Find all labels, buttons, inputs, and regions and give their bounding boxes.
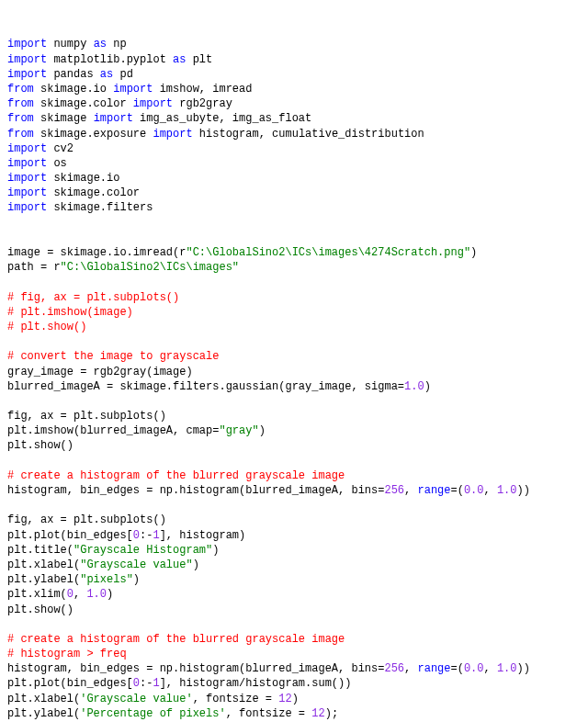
token-kw: range [417,484,450,497]
token-id: plt.ylabel( [7,573,80,586]
token-id: os [47,157,67,170]
token-num: 1.0 [86,588,107,601]
token-id: matplotlib.pyplot [47,53,173,66]
token-id: cv2 [47,142,74,155]
code-line: image = skimage.io.imread(r"C:\GlobalSin… [7,245,581,260]
token-num: 0 [133,677,140,690]
code-line: fig, ax = plt.subplots() [7,513,581,527]
token-id: skimage.io [47,172,119,185]
token-num: 1 [153,677,159,690]
token-id: plt.show() [7,439,74,452]
token-id: skimage.exposure [34,128,153,141]
code-line: import matplotlib.pyplot as plt [7,52,581,67]
token-str: "Grayscale Histogram" [74,544,212,557]
token-id: ); [325,707,338,720]
token-kw: as [100,68,113,81]
code-line: import pandas as pd [7,67,581,82]
code-line: import numpy as np [7,37,581,51]
token-id: image = skimage.io.imread(r [7,246,186,259]
token-id: plt.plot(bin_edges[ [7,677,133,690]
token-kw: import [7,38,47,51]
token-str: "pixels" [80,573,133,586]
token-kw: import [7,53,47,66]
code-line [7,275,581,289]
token-num: 1.0 [497,484,517,497]
token-num: 1.0 [404,380,424,393]
token-str: 'Percentage of pixels' [80,707,225,720]
code-line: import skimage.color [7,186,581,200]
token-kw: from [7,83,34,96]
token-id: img_as_ubyte, img_as_float [133,112,311,125]
token-num: 256 [384,484,404,497]
token-str: "C:\GlobalSino2\ICs\images" [61,261,239,274]
token-id: ) [470,246,477,259]
token-id: , [404,662,417,675]
token-id: plt.plot(bin_edges[ [7,529,133,542]
token-id: skimage.filters [47,201,153,214]
token-kw: from [7,97,34,110]
token-id: pd [113,68,133,81]
code-line: plt.title("Grayscale Histogram") [7,543,581,558]
token-id: histogram, cumulative_distribution [193,128,424,141]
token-kw: range [417,662,450,675]
token-id: numpy [47,38,93,51]
token-id: , fontsize = [226,707,312,720]
token-id: )) [517,662,530,675]
code-line [7,394,581,409]
token-num: 1 [153,529,159,542]
token-com: # create a histogram of the blurred gray… [7,469,345,482]
token-id: ) [292,693,299,705]
token-num: 0.0 [464,662,484,675]
token-kw: import [7,157,47,170]
code-line: plt.xlabel("Grayscale value") [7,558,581,572]
code-line: # convert the image to grayscale [7,349,581,364]
token-id: pandas [47,68,100,81]
token-kw: import [7,201,47,214]
token-num: 12 [311,707,324,720]
code-line: plt.imshow(blurred_imageA, cmap="gray") [7,423,581,438]
token-id: skimage.color [47,186,140,199]
token-kw: from [7,112,34,125]
code-line: histogram, bin_edges = np.histogram(blur… [7,483,581,498]
token-com: # histogram > freq [7,648,127,660]
code-line: plt.xlabel('Grayscale value', fontsize =… [7,692,581,706]
code-line: from skimage.color import rgb2gray [7,96,581,111]
code-line [7,498,581,513]
code-line: # plt.show() [7,320,581,334]
token-str: "C:\GlobalSino2\ICs\images\4274Scratch.p… [186,246,470,259]
code-line: # create a histogram of the blurred gray… [7,632,581,647]
token-id: ) [259,424,266,437]
token-id: =( [451,662,464,675]
token-id: , fontsize = [193,693,279,705]
code-line: import cv2 [7,141,581,156]
token-kw: import [94,112,133,125]
code-line [7,454,581,468]
token-id: ) [107,588,113,601]
token-id: , [484,662,497,675]
token-id: )) [517,484,530,497]
token-id: rgb2gray [173,97,232,110]
token-com: # fig, ax = plt.subplots() [7,291,179,304]
code-line: path = r"C:\GlobalSino2\ICs\images" [7,260,581,275]
code-line: plt.plot(bin_edges[0:-1], histogram/hist… [7,676,581,691]
code-line [7,231,581,245]
token-str: 'Grayscale value' [80,693,192,705]
token-id: plt.xlabel( [7,558,80,571]
token-id: ], histogram) [160,529,246,542]
token-kw: as [94,38,107,51]
code-line [7,334,581,349]
token-str: "Grayscale value" [80,558,192,571]
token-id: , [74,588,86,601]
token-id: :- [140,677,153,690]
token-id: plt [186,53,212,66]
code-line: plt.show() [7,603,581,617]
token-id: path = r [7,261,61,274]
token-num: 0 [67,588,74,601]
code-line: blurred_imageA = skimage.filters.gaussia… [7,379,581,394]
token-num: 256 [384,662,404,675]
token-id: ) [424,380,431,393]
code-line: import os [7,156,581,171]
token-id: histogram, bin_edges = np.histogram(blur… [7,662,384,675]
token-kw: import [7,142,47,155]
token-id: gray_image = rgb2gray(image) [7,366,193,378]
